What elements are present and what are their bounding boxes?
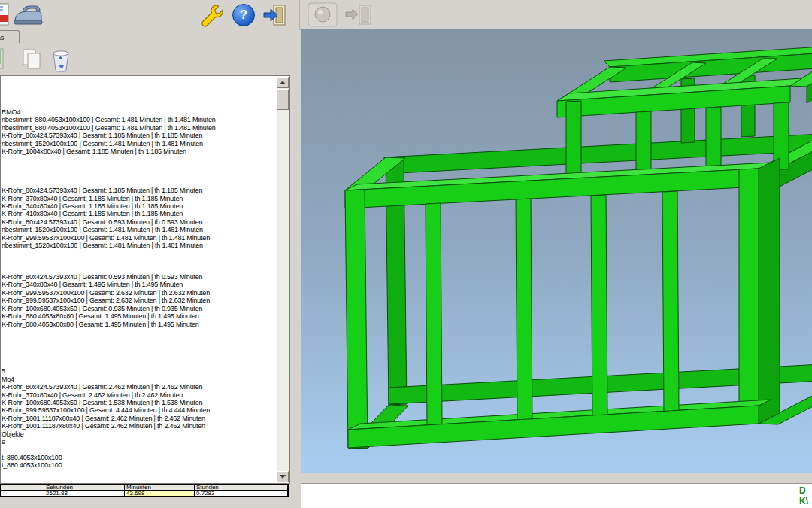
report-line: 5 <box>2 367 277 375</box>
report-line: K-Rohr_100x680.4053x50 | Gesamt: 1.538 M… <box>2 399 277 406</box>
edit-tool-button[interactable] <box>0 47 5 71</box>
summary-header-hours: Stunden <box>195 485 288 491</box>
report-scrollbar[interactable] <box>277 77 289 482</box>
status-line-2: K\ <box>799 496 808 506</box>
file-status-panel: D K\ <box>301 483 812 508</box>
delete-tool-button[interactable] <box>48 45 74 73</box>
copy-icon <box>20 47 44 71</box>
report-line: K-Rohr_370x80x40 | Gesamt: 2.462 Minuten… <box>2 391 277 399</box>
scrollbar-up-button[interactable] <box>277 77 289 88</box>
report-line <box>2 257 277 265</box>
report-line <box>2 179 277 187</box>
report-line <box>2 100 277 108</box>
report-line: K-Rohr_410x80x40 | Gesamt: 1.185 Minuten… <box>2 210 277 217</box>
disabled-export-view-button[interactable] <box>341 2 376 28</box>
iron-tool-button[interactable] <box>12 2 44 28</box>
report-line <box>2 266 277 273</box>
frame-model <box>301 29 812 473</box>
report-line: K-Rohr_1084x80x40 | Gesamt: 1.185 Minute… <box>2 148 277 155</box>
report-line <box>2 250 277 257</box>
summary-header-name <box>1 485 44 491</box>
triangle-up-icon <box>280 81 286 84</box>
report-line <box>2 93 277 100</box>
report-line: K-Rohr_999.59537x100x100 | Gesamt: 2.632… <box>2 297 277 304</box>
summary-value-hours: 0.7283 <box>195 491 288 497</box>
report-line: K-Rohr_999.59537x100x100 | Gesamt: 2.632… <box>2 289 277 297</box>
report-line: K-Rohr_80x424.57393x40 | Gesamt: 2.462 M… <box>2 383 277 391</box>
report-line: K-Rohr_80x424.57393x40 | Gesamt: 0.593 M… <box>2 273 277 281</box>
report-line <box>2 77 277 84</box>
sphere-view-icon <box>307 2 338 28</box>
main-toolbar: ? <box>0 0 812 30</box>
help-glyph: ? <box>240 8 247 23</box>
report-line: K-Rohr_340x80x40 | Gesamt: 1.495 Minuten… <box>2 281 277 288</box>
report-line: nbestimmt_880.4053x100x100 | Gesamt: 1.4… <box>2 116 277 123</box>
report-line <box>2 351 277 359</box>
help-button[interactable]: ? <box>230 2 257 28</box>
report-line <box>2 84 277 92</box>
report-line: nbestimmt_1520x100x100 | Gesamt: 1.481 M… <box>2 226 277 233</box>
summary-value-seconds: 2621.88 <box>44 491 125 497</box>
report-lines: RMO4nbestimmt_880.4053x100x100 | Gesamt:… <box>2 77 277 482</box>
report-line: e <box>2 438 277 446</box>
report-line: K-Rohr_80x424.57393x40 | Gesamt: 1.185 M… <box>2 132 277 139</box>
viewport-bottom-strip <box>301 473 812 483</box>
scrollbar-thumb[interactable] <box>277 89 289 110</box>
tab-extras-label: ras <box>0 34 4 41</box>
export-view-icon <box>341 2 376 28</box>
time-summary-table: Sekunden Minunten Stunden 2621.88 43.698… <box>0 484 289 497</box>
report-line <box>2 344 277 351</box>
help-icon: ? <box>232 4 255 26</box>
copy-tool-button[interactable] <box>20 47 44 71</box>
scrollbar-down-button[interactable] <box>277 471 289 482</box>
summary-value-minutes: 43.698 <box>125 491 195 497</box>
3d-viewport[interactable] <box>301 29 812 473</box>
report-line: K-Rohr_680.4053x80x80 | Gesamt: 1.495 Mi… <box>2 321 277 328</box>
application-window: ? r <box>0 0 812 508</box>
iron-icon <box>12 2 44 28</box>
report-line <box>2 360 277 367</box>
report-line <box>2 163 277 171</box>
report-line <box>2 328 277 336</box>
settings-button[interactable] <box>198 2 226 28</box>
status-line-1: D <box>799 485 808 496</box>
pencil-icon <box>0 47 5 71</box>
pdf-export-button[interactable] <box>0 3 9 26</box>
report-line: K-Rohr_1001.11187x80x40 | Gesamt: 2.462 … <box>2 415 277 422</box>
summary-header-minutes: Minunten <box>125 485 195 491</box>
triangle-down-icon <box>280 475 286 479</box>
summary-header-seconds: Sekunden <box>44 485 125 491</box>
toolbar-divider <box>299 0 300 29</box>
report-line: K-Rohr_100x680.4053x50 | Gesamt: 0.935 M… <box>2 305 277 312</box>
report-line: Objekte <box>2 430 277 438</box>
report-line <box>2 336 277 343</box>
summary-value-name <box>1 491 44 497</box>
report-line: K-Rohr_999.59537x100x100 | Gesamt: 4.444… <box>2 406 277 414</box>
report-line: K-Rohr_1001.11187x80x40 | Gesamt: 2.462 … <box>2 422 277 430</box>
report-line: nbestimmt_880.4053x100x100 | Gesamt: 1.4… <box>2 124 277 132</box>
wrench-icon <box>198 2 226 28</box>
report-line: Mo4 <box>2 376 277 383</box>
report-line: t_880.4053x100x100 <box>2 461 277 469</box>
report-line: K-Rohr_80x424.57393x40 | Gesamt: 0.593 M… <box>2 218 277 226</box>
disabled-sphere-view-button[interactable] <box>307 2 338 28</box>
tab-extras[interactable]: ras <box>0 30 20 44</box>
report-line: t_880.4053x100x100 <box>2 454 277 461</box>
left-status-bar <box>0 497 300 508</box>
tab-strip <box>0 29 300 44</box>
report-line <box>2 171 277 178</box>
tools-row <box>0 43 300 75</box>
report-line <box>2 446 277 454</box>
exit-button[interactable] <box>262 2 289 28</box>
report-line: K-Rohr_80x424.57393x40 | Gesamt: 1.185 M… <box>2 187 277 194</box>
report-line: K-Rohr_370x80x40 | Gesamt: 1.185 Minuten… <box>2 195 277 202</box>
report-line: K-Rohr_340x80x40 | Gesamt: 1.185 Minuten… <box>2 202 277 210</box>
pdf-icon <box>0 3 9 26</box>
report-line: nbestimmt_1520x100x100 | Gesamt: 1.481 M… <box>2 140 277 148</box>
trash-icon <box>48 45 74 73</box>
report-line <box>2 155 277 163</box>
report-line: K-Rohr_680.4053x80x80 | Gesamt: 1.495 Mi… <box>2 312 277 320</box>
report-line: K-Rohr_999.59537x100x100 | Gesamt: 1.481… <box>2 234 277 242</box>
report-list[interactable]: RMO4nbestimmt_880.4053x100x100 | Gesamt:… <box>0 75 290 484</box>
report-line: RMO4 <box>2 108 277 116</box>
